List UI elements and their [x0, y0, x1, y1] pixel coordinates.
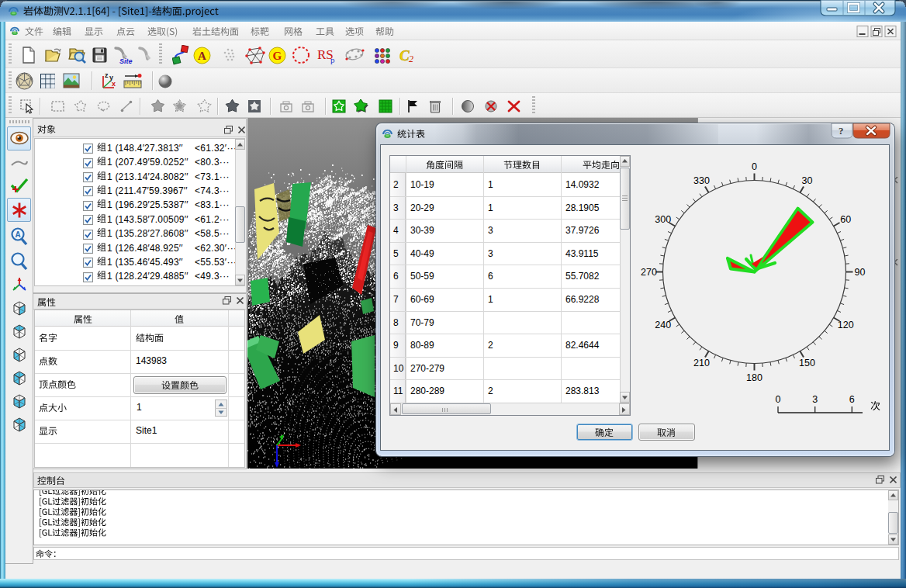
svg-text:60: 60 — [840, 214, 851, 225]
svg-text:120: 120 — [838, 320, 854, 330]
svg-text:0: 0 — [752, 161, 757, 172]
svg-text:G: G — [273, 50, 282, 62]
svg-text:330: 330 — [693, 175, 710, 186]
svg-text:6: 6 — [849, 394, 855, 405]
svg-text:3: 3 — [812, 394, 818, 405]
svg-text:p: p — [330, 55, 335, 64]
svg-text:150: 150 — [799, 358, 815, 368]
svg-text:240: 240 — [655, 320, 671, 330]
svg-text:A: A — [198, 50, 206, 62]
svg-text:?: ? — [839, 125, 844, 137]
svg-text:300: 300 — [655, 214, 671, 225]
svg-text:A: A — [16, 230, 21, 239]
svg-text:210: 210 — [693, 358, 710, 368]
svg-text:270: 270 — [641, 267, 657, 278]
svg-text:x: x — [112, 80, 116, 88]
svg-text:0: 0 — [776, 394, 781, 405]
svg-text:90: 90 — [855, 267, 866, 278]
svg-text:2: 2 — [409, 54, 413, 64]
svg-text:Site: Site — [119, 57, 133, 65]
svg-text:30: 30 — [802, 175, 813, 186]
svg-text:z: z — [105, 71, 109, 79]
svg-text:180: 180 — [746, 372, 762, 383]
